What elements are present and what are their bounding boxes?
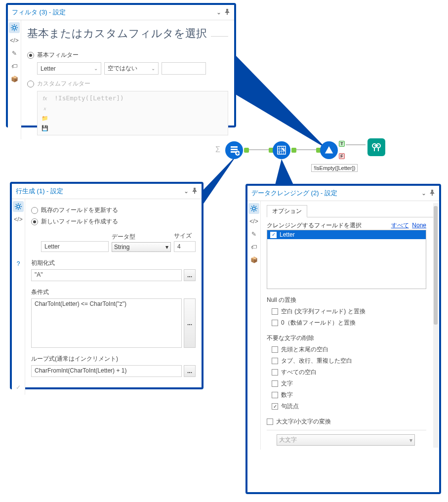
- checkbox-icon[interactable]: [270, 232, 277, 238]
- xml-icon[interactable]: </>: [13, 214, 24, 225]
- checkbox-icon: [267, 418, 273, 425]
- radio-label: 基本フィルター: [37, 51, 79, 59]
- svg-rect-7: [231, 149, 238, 150]
- container-icon[interactable]: 📦: [9, 74, 20, 84]
- svg-point-5: [252, 207, 255, 210]
- annotation-icon[interactable]: ✎: [9, 48, 20, 59]
- browse-tool[interactable]: [367, 138, 385, 156]
- sigma-icon: Σ: [215, 145, 220, 154]
- panel-header: フィルタ (3) - 設定 ⌄: [8, 5, 234, 20]
- container-icon[interactable]: 📦: [248, 254, 259, 265]
- filter-tool[interactable]: [320, 141, 338, 159]
- pin-icon[interactable]: [192, 188, 198, 195]
- save-icon[interactable]: 💾: [41, 124, 49, 132]
- filter-config-panel: フィルタ (3) - 設定 ⌄ </> ✎ 🏷 📦 基本またはカスタムフィルタを…: [6, 3, 236, 127]
- trim-whitespace-checkbox[interactable]: 先頭と末尾の空白: [272, 345, 433, 354]
- numbers-checkbox[interactable]: 数字: [272, 391, 433, 399]
- cond-label: 条件式: [31, 288, 196, 296]
- size-label: サイズ: [174, 232, 196, 240]
- collapse-icon[interactable]: ⌄: [421, 190, 426, 197]
- value-input[interactable]: [162, 62, 206, 75]
- select-all-link[interactable]: すべて: [391, 222, 409, 229]
- data-type-label: データ型: [112, 233, 171, 241]
- basic-filter-radio[interactable]: 基本フィルター: [27, 51, 228, 59]
- chevron-down-icon: ▾: [165, 244, 168, 251]
- radio-icon: [31, 207, 38, 214]
- svg-marker-0: [235, 54, 326, 148]
- folder-icon[interactable]: 📁: [41, 114, 49, 122]
- collapse-icon[interactable]: ⌄: [216, 9, 221, 16]
- checkbox-icon: [272, 320, 278, 326]
- generate-rows-config-panel: 行生成 (1) - 設定 ⌄ </> ? ✓ 既存のフィールドを更新する: [10, 182, 204, 389]
- collapse-icon[interactable]: ⌄: [184, 188, 189, 195]
- expression-builder-button[interactable]: ...: [184, 365, 196, 377]
- chevron-down-icon: ⌄: [94, 66, 98, 71]
- radio-icon: [27, 81, 34, 87]
- annotation-icon[interactable]: ✎: [248, 229, 259, 240]
- size-input[interactable]: 4: [174, 241, 196, 252]
- tabs-dup-checkbox[interactable]: タブ、改行、重複した空白: [272, 357, 433, 365]
- side-toolbar: </> ✎ 🏷 📦: [8, 20, 21, 139]
- panel-header: 行生成 (1) - 設定 ⌄: [12, 184, 202, 199]
- help-icon[interactable]: ?: [13, 258, 24, 269]
- svg-rect-6: [231, 146, 238, 148]
- side-toolbar: </> ✎ 🏷 📦: [247, 201, 261, 450]
- panel-header: データクレンジング (2) - 設定 ⌄: [247, 186, 439, 201]
- var-icon[interactable]: x: [41, 104, 49, 112]
- unwanted-section-title: 不要な文字の削除: [267, 334, 433, 342]
- side-toolbar: </> ? ✓: [12, 199, 25, 395]
- create-new-radio[interactable]: 新しいフィールドを作成する: [31, 217, 196, 226]
- init-expression-input[interactable]: "A": [31, 269, 182, 281]
- tag-icon[interactable]: 🏷: [248, 242, 259, 252]
- checkbox-icon: [272, 380, 278, 387]
- workflow-canvas: Σ T F !IsEmpty([Letter]): [212, 138, 395, 178]
- xml-icon[interactable]: </>: [9, 35, 20, 46]
- fields-listbox[interactable]: Letter: [267, 230, 426, 289]
- config-icon[interactable]: [13, 201, 24, 212]
- xml-icon[interactable]: </>: [248, 216, 259, 227]
- data-cleansing-tool[interactable]: [273, 141, 290, 159]
- case-dropdown[interactable]: 大文字 ▾: [277, 434, 415, 446]
- loop-expression-input[interactable]: CharFromInt(CharToInt(Letter) + 1): [31, 365, 182, 377]
- expression-builder-button[interactable]: ...: [184, 269, 196, 281]
- panel-title: 行生成 (1) - 設定: [16, 187, 63, 196]
- fx-icon[interactable]: fx: [41, 94, 49, 102]
- init-label: 初期化式: [31, 259, 196, 267]
- check-icon[interactable]: ✓: [13, 382, 24, 393]
- pin-icon[interactable]: [224, 9, 230, 16]
- select-fields-label: クレンジングするフィールドを選択: [267, 221, 362, 230]
- scrollbar[interactable]: [433, 203, 438, 448]
- data-type-dropdown[interactable]: String ▾: [112, 242, 171, 252]
- pin-icon[interactable]: [429, 190, 435, 197]
- panel-title: フィルタ (3) - 設定: [12, 8, 66, 17]
- select-none-link[interactable]: None: [412, 222, 426, 229]
- expression-text[interactable]: !IsEmpty([Letter]): [52, 94, 225, 102]
- checkbox-icon: [272, 308, 278, 315]
- svg-point-3: [13, 26, 16, 29]
- radio-label: 既存のフィールドを更新する: [41, 206, 118, 214]
- update-existing-radio[interactable]: 既存のフィールドを更新する: [31, 206, 196, 214]
- field-dropdown[interactable]: Letter ⌄: [37, 62, 101, 75]
- null-blank-checkbox[interactable]: 空白 (文字列フィールド) と置換: [272, 307, 433, 316]
- null-zero-checkbox[interactable]: 0（数値フィールド）と置換: [272, 319, 433, 327]
- letters-checkbox[interactable]: 文字: [272, 379, 433, 388]
- generate-rows-tool[interactable]: [225, 141, 243, 159]
- operator-dropdown[interactable]: 空ではない ⌄: [104, 62, 159, 75]
- config-icon[interactable]: [9, 22, 20, 33]
- modify-case-checkbox[interactable]: 大文字/小文字の変換: [267, 418, 433, 426]
- config-icon[interactable]: [248, 203, 259, 214]
- custom-filter-radio[interactable]: カスタムフィルター: [27, 80, 228, 88]
- radio-icon: [27, 52, 34, 59]
- punctuation-checkbox[interactable]: 句読点: [272, 402, 433, 411]
- tag-icon[interactable]: 🏷: [9, 61, 20, 72]
- cond-expression-input[interactable]: CharToInt(Letter) <= CharToInt("z"): [31, 298, 182, 348]
- tab-options[interactable]: オプション: [267, 205, 307, 217]
- all-whitespace-checkbox[interactable]: すべての空白: [272, 368, 433, 376]
- expression-builder-button[interactable]: ...: [184, 298, 196, 348]
- list-item[interactable]: Letter: [267, 230, 426, 239]
- field-name-input[interactable]: Letter: [41, 241, 109, 252]
- loop-label: ループ式(通常はインクリメント): [31, 355, 196, 363]
- filter-annotation: !IsEmpty([Letter]): [311, 164, 358, 172]
- chevron-down-icon: ▾: [409, 437, 412, 444]
- list-item-label: Letter: [280, 231, 295, 238]
